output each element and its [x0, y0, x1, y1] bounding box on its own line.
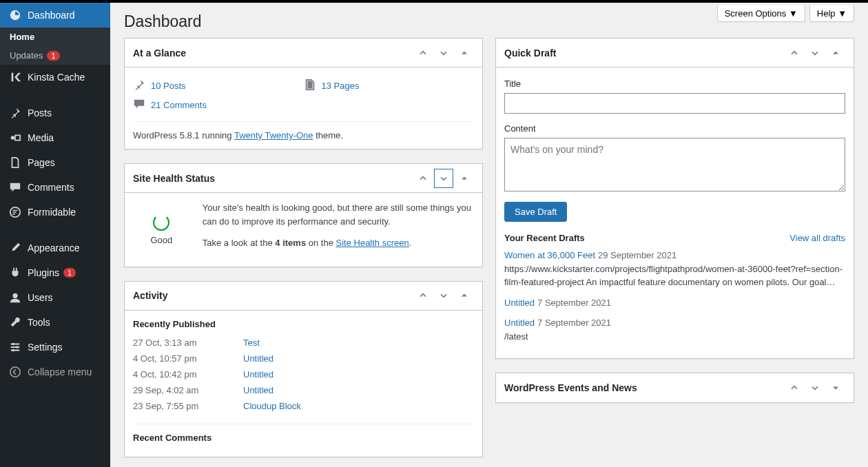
sidebar-sub-home[interactable]: Home: [0, 28, 110, 46]
sidebar-item-formidable[interactable]: Formidable: [0, 200, 110, 225]
move-up-button[interactable]: [785, 43, 804, 63]
svg-point-3: [12, 343, 15, 346]
move-up-button[interactable]: [413, 286, 433, 305]
toggle-button[interactable]: [826, 378, 845, 397]
health-link-row: Take a look at the 4 items on the Site H…: [203, 236, 474, 250]
activity-date: 27 Oct, 3:13 am: [133, 338, 243, 348]
svg-point-6: [10, 367, 20, 377]
media-icon: [8, 131, 22, 145]
svg-point-4: [16, 346, 19, 349]
help-button[interactable]: Help ▼: [809, 6, 854, 22]
sidebar-item-settings[interactable]: Settings: [0, 335, 110, 360]
activity-heading: Activity: [133, 290, 168, 301]
collapse-icon: [8, 365, 22, 379]
sidebar-sub-updates[interactable]: Updates1: [0, 46, 110, 65]
save-draft-button[interactable]: Save Draft: [504, 202, 567, 222]
site-health-link[interactable]: Site Health screen: [336, 238, 409, 248]
draft-date: 7 September 2021: [537, 318, 611, 328]
activity-box: Activity Recently Published 27 Oct, 3:13…: [124, 281, 483, 457]
dashboard-icon: [8, 8, 22, 22]
draft-item: Untitled7 September 2021/latest: [504, 316, 845, 343]
draft-link[interactable]: Women at 36,000 Feet: [504, 250, 595, 260]
sidebar-item-comments[interactable]: Comments: [0, 175, 110, 200]
move-down-button[interactable]: [434, 169, 453, 188]
sidebar-item-pages[interactable]: Pages: [0, 150, 110, 175]
activity-row: 23 Sep, 7:55 pmCloudup Block: [133, 398, 474, 414]
draft-item: Untitled7 September 2021: [504, 296, 845, 310]
svg-point-5: [12, 349, 15, 352]
sidebar-item-users[interactable]: Users: [0, 285, 110, 310]
glance-heading: At a Glance: [133, 48, 186, 59]
move-down-button[interactable]: [434, 43, 453, 63]
sidebar-item-tools[interactable]: Tools: [0, 310, 110, 335]
glance-comments[interactable]: 21 Comments: [133, 95, 304, 114]
quick-draft-box: Quick Draft Title Content Save Draft: [495, 38, 854, 359]
admin-sidebar: Dashboard Home Updates1 Kinsta Cache Pos…: [0, 3, 110, 467]
sidebar-item-posts[interactable]: Posts: [0, 101, 110, 125]
draft-item: Women at 36,000 Feet29 September 2021htt…: [504, 249, 845, 289]
activity-post-link[interactable]: Test: [243, 338, 260, 348]
wp-version-text: WordPress 5.8.1 running Twenty Twenty-On…: [133, 121, 474, 141]
move-down-button[interactable]: [434, 286, 453, 305]
toggle-button[interactable]: [455, 286, 474, 305]
draft-title-input[interactable]: [504, 93, 845, 114]
glance-pages[interactable]: 13 Pages: [304, 76, 475, 95]
comments-icon: [8, 180, 22, 194]
sidebar-item-plugins[interactable]: Plugins 1: [0, 260, 110, 285]
glance-posts[interactable]: 10 Posts: [133, 76, 304, 95]
users-icon: [8, 291, 22, 304]
toggle-button[interactable]: [455, 43, 474, 63]
events-heading: WordPress Events and News: [504, 382, 637, 393]
pages-icon: [8, 156, 22, 169]
toggle-button[interactable]: [826, 43, 845, 63]
move-up-button[interactable]: [413, 169, 433, 188]
pin-icon: [133, 79, 147, 92]
sidebar-label: Dashboard: [28, 10, 75, 21]
activity-post-link[interactable]: Untitled: [243, 385, 273, 395]
formidable-icon: [8, 205, 22, 219]
svg-point-2: [12, 293, 17, 298]
health-heading: Site Health Status: [133, 173, 215, 184]
pin-icon: [8, 106, 22, 120]
wrench-icon: [8, 315, 22, 329]
toggle-button[interactable]: [455, 169, 474, 188]
health-status: Good: [150, 235, 172, 245]
move-down-button[interactable]: [805, 43, 825, 63]
draft-excerpt: https://www.kickstarter.com/projects/fli…: [504, 262, 845, 289]
at-a-glance-box: At a Glance 10 Posts: [124, 38, 483, 149]
move-down-button[interactable]: [805, 378, 825, 397]
kinsta-icon: [8, 70, 22, 84]
sidebar-item-dashboard[interactable]: Dashboard: [0, 3, 110, 28]
sidebar-item-appearance[interactable]: Appearance: [0, 236, 110, 260]
theme-link[interactable]: Twenty Twenty-One: [234, 130, 313, 141]
health-description: Your site's health is looking good, but …: [203, 201, 474, 228]
activity-row: 27 Oct, 3:13 amTest: [133, 335, 474, 351]
draft-link[interactable]: Untitled: [504, 298, 535, 308]
screen-options-button[interactable]: Screen Options ▼: [717, 6, 805, 22]
main-content: Screen Options ▼ Help ▼ Dashboard At a G…: [110, 3, 868, 467]
plugins-badge: 1: [63, 268, 76, 278]
move-up-button[interactable]: [785, 378, 804, 397]
comment-icon: [133, 98, 147, 112]
draft-content-textarea[interactable]: [504, 138, 845, 191]
recent-comments-heading: Recent Comments: [133, 433, 474, 443]
sidebar-item-media[interactable]: Media: [0, 125, 110, 150]
pages-icon: [304, 79, 318, 92]
brush-icon: [8, 241, 22, 255]
draft-date: 29 September 2021: [598, 250, 676, 260]
activity-date: 29 Sep, 4:02 am: [133, 385, 243, 395]
activity-date: 23 Sep, 7:55 pm: [133, 401, 243, 411]
view-all-drafts-link[interactable]: View all drafts: [789, 233, 845, 243]
activity-post-link[interactable]: Untitled: [243, 369, 273, 380]
sidebar-collapse[interactable]: Collapse menu: [0, 360, 110, 384]
activity-post-link[interactable]: Cloudup Block: [243, 401, 301, 411]
draft-link[interactable]: Untitled: [504, 318, 535, 328]
health-indicator-icon: [153, 214, 169, 231]
activity-row: 4 Oct, 10:42 pmUntitled: [133, 366, 474, 382]
sliders-icon: [8, 340, 22, 354]
sidebar-item-kinsta[interactable]: Kinsta Cache: [0, 65, 110, 90]
move-up-button[interactable]: [413, 43, 433, 63]
activity-post-link[interactable]: Untitled: [243, 353, 273, 364]
svg-point-0: [11, 136, 14, 139]
draft-excerpt: /latest: [504, 330, 845, 344]
